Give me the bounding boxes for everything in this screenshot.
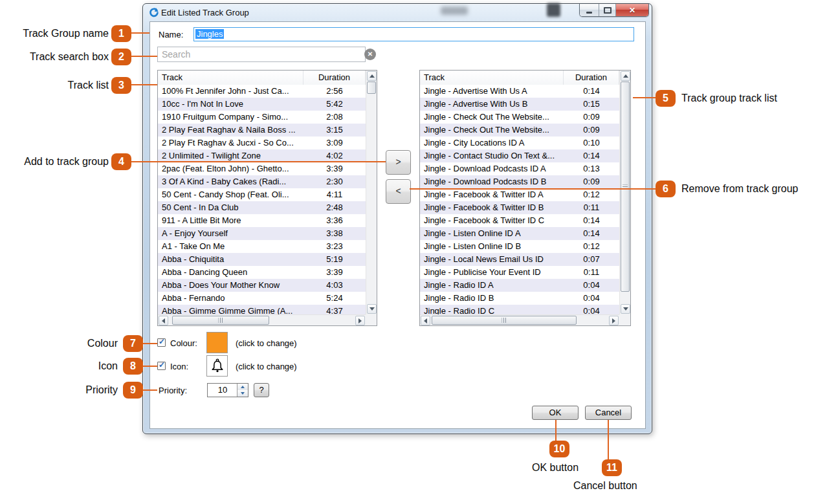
track-list-vscrollbar[interactable] bbox=[366, 71, 377, 314]
scroll-left-button[interactable] bbox=[421, 316, 430, 325]
priority-value[interactable]: 10 bbox=[208, 384, 237, 397]
track-column-header[interactable]: Track bbox=[420, 71, 564, 85]
group-list-row[interactable]: Jingle - Facebook & Twitter ID C0:14 bbox=[420, 214, 619, 227]
duration-cell: 0:15 bbox=[564, 98, 619, 111]
hscroll-thumb[interactable] bbox=[172, 316, 269, 325]
add-to-group-button[interactable]: > bbox=[386, 150, 411, 175]
group-list-row[interactable]: Jingle - Contact Studio On Text &...0:14 bbox=[420, 149, 619, 162]
track-list-hscrollbar[interactable] bbox=[158, 314, 366, 325]
duration-cell: 0:04 bbox=[564, 292, 619, 305]
scroll-down-button[interactable] bbox=[367, 304, 377, 314]
duration-cell: 3:38 bbox=[303, 227, 366, 240]
help-button[interactable]: ? bbox=[254, 383, 269, 397]
group-list-row[interactable]: Jingle - Radio ID B0:04 bbox=[420, 292, 619, 305]
hscroll-thumb[interactable] bbox=[432, 316, 577, 325]
group-list-row[interactable]: Jingle - Download Podcasts ID B0:09 bbox=[420, 175, 619, 188]
icon-checkbox[interactable] bbox=[157, 362, 166, 370]
track-list-row[interactable]: Abba - Fernando5:24 bbox=[158, 292, 366, 305]
track-cell: 2pac (Feat. Elton John) - Ghetto... bbox=[158, 162, 303, 175]
track-list-row[interactable]: A - Enjoy Yourself3:38 bbox=[158, 227, 366, 240]
track-cell: 2 Play Ft Raghav & Jucxi - So Co... bbox=[158, 137, 303, 149]
track-list-row[interactable]: 50 Cent - In Da Club2:48 bbox=[158, 201, 366, 214]
scroll-right-button[interactable] bbox=[609, 316, 619, 325]
duration-cell: 0:13 bbox=[564, 162, 619, 175]
spin-down-button[interactable] bbox=[237, 390, 248, 397]
left-arrow-icon bbox=[424, 318, 427, 323]
track-list-row[interactable]: 2 Play Ft Raghav & Jucxi - So Co...3:09 bbox=[158, 137, 366, 149]
group-list-row[interactable]: Jingle - Facebook & Twitter ID A0:12 bbox=[420, 188, 619, 201]
scroll-right-button[interactable] bbox=[355, 316, 365, 325]
group-list-row[interactable]: Jingle - Download Podcasts ID A0:13 bbox=[420, 162, 619, 175]
vscroll-thumb[interactable] bbox=[621, 82, 630, 292]
scroll-left-button[interactable] bbox=[159, 316, 168, 325]
group-list-hscrollbar[interactable] bbox=[420, 314, 619, 325]
priority-spinner[interactable]: 10 bbox=[207, 383, 248, 397]
group-list-row[interactable]: Jingle - Listen Online ID B0:12 bbox=[420, 240, 619, 253]
track-list-row[interactable]: 50 Cent - Candy Shop (Feat. Oli...4:11 bbox=[158, 188, 366, 201]
ok-button[interactable]: OK bbox=[532, 406, 579, 420]
track-list-row[interactable]: 3 Of A Kind - Baby Cakes (Radi...2:30 bbox=[158, 175, 366, 188]
cancel-button[interactable]: Cancel bbox=[585, 406, 632, 420]
track-cell: Jingle - Advertise With Us A bbox=[420, 85, 564, 98]
track-list-row[interactable]: Abba - Gimme Gimme Gimme (A...4:37 bbox=[158, 305, 366, 314]
track-list-row[interactable]: Abba - Does Your Mother Know4:03 bbox=[158, 279, 366, 292]
colour-checkbox[interactable] bbox=[157, 338, 166, 347]
close-button[interactable]: ✕ bbox=[616, 4, 648, 16]
track-cell: 2 Play Feat Raghav & Naila Boss ... bbox=[158, 124, 303, 137]
callout-line-1 bbox=[131, 32, 149, 34]
track-list-row[interactable]: 911 - A Little Bit More3:36 bbox=[158, 214, 366, 227]
callout-label-2: Track search box bbox=[30, 51, 109, 63]
vscroll-thumb[interactable] bbox=[367, 82, 376, 94]
group-list-row[interactable]: Jingle - Radio ID C0:04 bbox=[420, 305, 619, 314]
icon-picker[interactable] bbox=[206, 355, 228, 377]
scroll-down-button[interactable] bbox=[621, 304, 630, 314]
group-list-vscrollbar[interactable] bbox=[619, 71, 630, 314]
track-list-row[interactable]: 100% Ft Jennifer John - Just Ca...2:56 bbox=[158, 85, 366, 98]
group-list-row[interactable]: Jingle - Publicise Your Event ID0:11 bbox=[420, 266, 619, 279]
group-list-row[interactable]: Jingle - Local News Email Us ID0:07 bbox=[420, 253, 619, 266]
group-list-row[interactable]: Jingle - Facebook & Twitter ID B0:11 bbox=[420, 201, 619, 214]
remove-from-group-button[interactable]: < bbox=[386, 179, 411, 204]
minimize-button[interactable] bbox=[580, 4, 599, 16]
track-cell: Abba - Fernando bbox=[158, 292, 303, 305]
group-list-row[interactable]: Jingle - Listen Online ID A0:14 bbox=[420, 227, 619, 240]
close-icon: ✕ bbox=[629, 6, 635, 15]
group-list-row[interactable]: Jingle - Check Out The Website...0:09 bbox=[420, 111, 619, 124]
track-list-row[interactable]: 2pac (Feat. Elton John) - Ghetto...3:39 bbox=[158, 162, 366, 175]
colour-hint: (click to change) bbox=[236, 338, 297, 348]
colour-swatch[interactable] bbox=[206, 332, 228, 353]
duration-cell: 4:02 bbox=[303, 149, 366, 162]
duration-column-header[interactable]: Duration bbox=[564, 71, 619, 85]
group-list-row[interactable]: Jingle - Radio ID A0:04 bbox=[420, 279, 619, 292]
maximize-button[interactable] bbox=[599, 4, 616, 16]
duration-cell: 2:08 bbox=[303, 111, 366, 124]
scroll-up-button[interactable] bbox=[621, 71, 630, 81]
scrollbar-corner bbox=[619, 314, 630, 325]
group-list-row[interactable]: Jingle - Advertise With Us B0:15 bbox=[420, 98, 619, 111]
track-cell: A1 - Take On Me bbox=[158, 240, 303, 253]
duration-column-header[interactable]: Duration bbox=[303, 71, 366, 85]
track-column-header[interactable]: Track bbox=[158, 71, 303, 85]
group-list-row[interactable]: Jingle - Advertise With Us A0:14 bbox=[420, 85, 619, 98]
track-list-row[interactable]: Abba - Dancing Queen3:39 bbox=[158, 266, 366, 279]
search-input[interactable]: Search bbox=[157, 47, 366, 62]
scrollbar-corner bbox=[366, 314, 377, 325]
callout-line-9 bbox=[143, 389, 157, 391]
group-list-row[interactable]: Jingle - City Locations ID A0:10 bbox=[420, 137, 619, 149]
track-list-row[interactable]: 1910 Fruitgum Company - Simo...2:08 bbox=[158, 111, 366, 124]
callout-label-7: Colour bbox=[87, 338, 118, 349]
track-list-row[interactable]: 2 Unlimited - Twilight Zone4:02 bbox=[158, 149, 366, 162]
duration-cell: 0:11 bbox=[564, 201, 619, 214]
up-arrow-icon bbox=[623, 74, 628, 78]
track-list-row[interactable]: Abba - Chiquitita5:19 bbox=[158, 253, 366, 266]
callout-badge-3: 3 bbox=[111, 77, 131, 94]
track-list-row[interactable]: 10cc - I'm Not In Love5:42 bbox=[158, 98, 366, 111]
duration-cell: 0:09 bbox=[564, 175, 619, 188]
group-list-row[interactable]: Jingle - Check Out The Website...0:09 bbox=[420, 124, 619, 137]
track-list-row[interactable]: A1 - Take On Me3:23 bbox=[158, 240, 366, 253]
clear-search-button[interactable]: ✕ bbox=[364, 49, 376, 60]
scroll-up-button[interactable] bbox=[367, 71, 377, 81]
name-input[interactable]: Jingles bbox=[193, 27, 634, 41]
right-arrow-icon bbox=[358, 318, 362, 323]
track-list-row[interactable]: 2 Play Feat Raghav & Naila Boss ...3:15 bbox=[158, 124, 366, 137]
